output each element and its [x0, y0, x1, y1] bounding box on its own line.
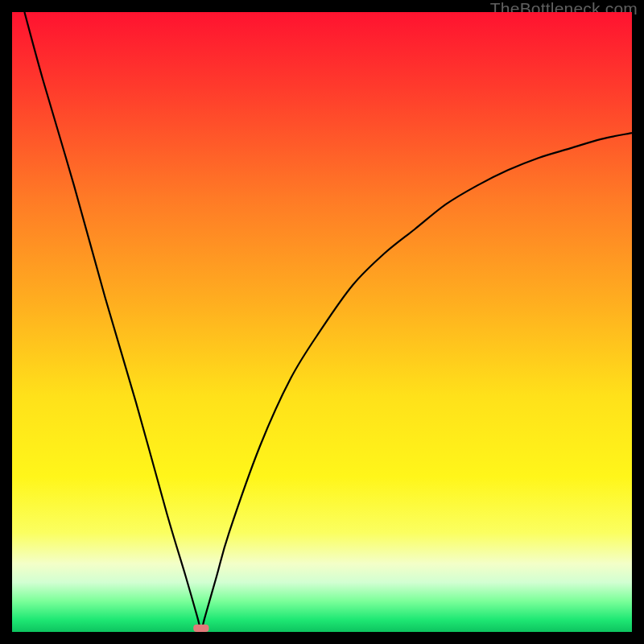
gradient-bg	[12, 12, 632, 632]
chart-canvas: TheBottleneck.com	[0, 0, 644, 644]
chart-svg	[12, 12, 632, 632]
plot-area	[12, 12, 632, 632]
optimum-marker	[193, 625, 208, 632]
